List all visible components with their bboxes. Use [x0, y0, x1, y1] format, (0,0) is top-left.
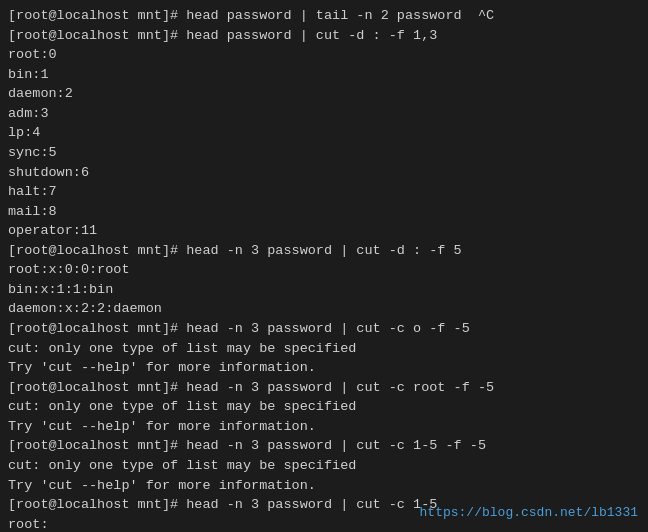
watermark: https://blog.csdn.net/lb1331 — [420, 504, 638, 522]
terminal-line: cut: only one type of list may be specif… — [8, 456, 640, 476]
terminal-line: [root@localhost mnt]# head -n 3 password… — [8, 319, 640, 339]
terminal-line: mail:8 — [8, 202, 640, 222]
terminal-line: bin:1 — [8, 65, 640, 85]
terminal-line: Try 'cut --help' for more information. — [8, 358, 640, 378]
terminal-line: [root@localhost mnt]# head password | cu… — [8, 26, 640, 46]
terminal-line: Try 'cut --help' for more information. — [8, 476, 640, 496]
terminal-line: [root@localhost mnt]# head -n 3 password… — [8, 241, 640, 261]
terminal-line: root:x:0:0:root — [8, 260, 640, 280]
terminal-line: [root@localhost mnt]# head password | ta… — [8, 6, 640, 26]
terminal-line: Try 'cut --help' for more information. — [8, 417, 640, 437]
terminal: [root@localhost mnt]# head password | ta… — [0, 0, 648, 532]
terminal-line: operator:11 — [8, 221, 640, 241]
terminal-content: [root@localhost mnt]# head password | ta… — [8, 6, 640, 532]
terminal-line: lp:4 — [8, 123, 640, 143]
terminal-line: cut: only one type of list may be specif… — [8, 339, 640, 359]
terminal-line: cut: only one type of list may be specif… — [8, 397, 640, 417]
terminal-line: halt:7 — [8, 182, 640, 202]
terminal-line: root:0 — [8, 45, 640, 65]
terminal-line: [root@localhost mnt]# head -n 3 password… — [8, 436, 640, 456]
terminal-line: bin:x:1:1:bin — [8, 280, 640, 300]
terminal-line: daemon:x:2:2:daemon — [8, 299, 640, 319]
terminal-line: adm:3 — [8, 104, 640, 124]
terminal-line: shutdown:6 — [8, 163, 640, 183]
terminal-line: sync:5 — [8, 143, 640, 163]
terminal-line: [root@localhost mnt]# head -n 3 password… — [8, 378, 640, 398]
terminal-line: daemon:2 — [8, 84, 640, 104]
